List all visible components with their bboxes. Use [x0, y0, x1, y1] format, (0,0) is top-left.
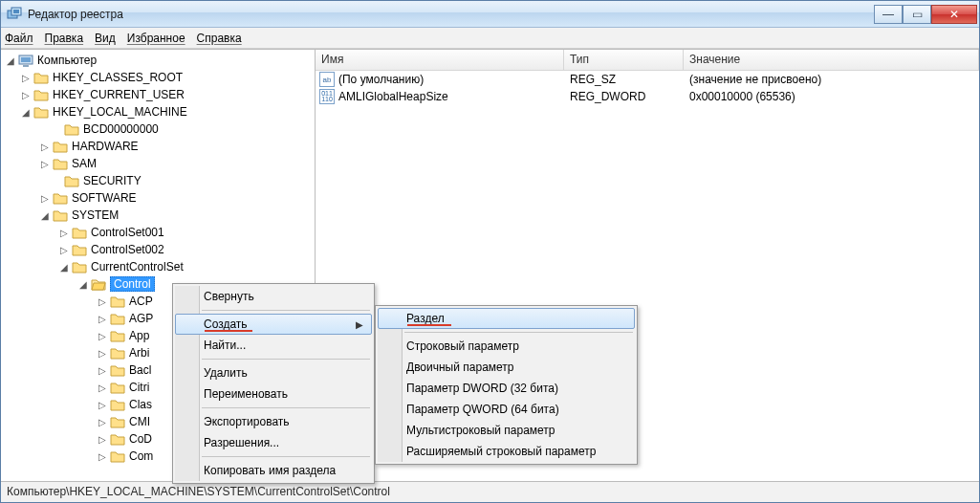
- close-button[interactable]: ✕: [931, 5, 977, 24]
- submenu-arrow-icon: ▶: [356, 319, 363, 330]
- folder-icon: [53, 140, 68, 153]
- list-row[interactable]: 011110AMLIGlobalHeapSize REG_DWORD 0x000…: [316, 88, 979, 105]
- svg-rect-2: [13, 10, 19, 13]
- folder-icon: [64, 174, 79, 187]
- ctx-copy-key-name[interactable]: Копировать имя раздела: [175, 460, 372, 481]
- status-bar: Компьютер\HKEY_LOCAL_MACHINE\SYSTEM\Curr…: [1, 481, 979, 502]
- folder-icon: [110, 381, 125, 394]
- titlebar[interactable]: Редактор реестра — ▭ ✕: [1, 1, 979, 28]
- folder-icon: [33, 105, 49, 119]
- tree-security[interactable]: SECURITY: [1, 172, 315, 189]
- tree-hkcr[interactable]: ▷HKEY_CLASSES_ROOT: [1, 69, 315, 86]
- folder-open-icon: [91, 277, 106, 291]
- tree-hardware[interactable]: ▷HARDWARE: [1, 138, 315, 155]
- ctx-rename[interactable]: Переименовать: [175, 383, 372, 405]
- col-header-type[interactable]: Тип: [564, 50, 684, 70]
- ctx-export[interactable]: Экспортировать: [175, 411, 372, 432]
- folder-icon: [110, 432, 125, 446]
- binary-value-icon: 011110: [319, 89, 335, 104]
- folder-icon: [33, 71, 49, 84]
- string-value-icon: ab: [319, 72, 335, 87]
- tree-root[interactable]: ◢Компьютер: [1, 52, 315, 69]
- menu-favorites[interactable]: Избранное: [127, 32, 185, 45]
- list-row[interactable]: ab(По умолчанию) REG_SZ (значение не при…: [316, 71, 979, 88]
- tree-system[interactable]: ◢SYSTEM: [1, 207, 315, 224]
- minimize-button[interactable]: —: [874, 5, 903, 24]
- svg-rect-5: [23, 65, 29, 67]
- col-header-name[interactable]: Имя: [316, 50, 564, 70]
- folder-icon: [53, 191, 68, 205]
- computer-icon: [18, 54, 33, 67]
- folder-icon: [72, 260, 87, 273]
- ctx-create[interactable]: Создать▶: [175, 314, 372, 335]
- menu-file[interactable]: Файл: [5, 32, 33, 45]
- folder-icon: [72, 243, 87, 256]
- folder-icon: [72, 226, 87, 239]
- tree-cs002[interactable]: ▷ControlSet002: [1, 241, 315, 258]
- list-header: Имя Тип Значение: [316, 50, 979, 71]
- folder-icon: [110, 363, 125, 377]
- folder-icon: [110, 415, 125, 428]
- ctx-delete[interactable]: Удалить: [175, 362, 372, 383]
- sub-create-dword[interactable]: Параметр DWORD (32 бита): [378, 378, 635, 399]
- folder-icon: [64, 122, 79, 136]
- maximize-button[interactable]: ▭: [903, 5, 931, 24]
- tree-sam[interactable]: ▷SAM: [1, 155, 315, 172]
- folder-icon: [110, 295, 125, 308]
- app-icon: [7, 7, 22, 22]
- folder-icon: [110, 346, 125, 360]
- context-menu: Свернуть Создать▶ Найти... Удалить Переи…: [172, 283, 375, 484]
- status-path: Компьютер\HKEY_LOCAL_MACHINE\SYSTEM\Curr…: [7, 485, 390, 498]
- sub-create-multistring[interactable]: Мультистроковый параметр: [378, 420, 635, 441]
- folder-icon: [110, 449, 125, 463]
- window-title: Редактор реестра: [28, 8, 123, 21]
- menu-edit[interactable]: Правка: [45, 32, 84, 45]
- menu-help[interactable]: Справка: [197, 32, 242, 45]
- menu-bar: Файл Правка Вид Избранное Справка: [1, 28, 979, 49]
- folder-icon: [110, 398, 125, 411]
- tree-hkcu[interactable]: ▷HKEY_CURRENT_USER: [1, 86, 315, 103]
- window-buttons: — ▭ ✕: [874, 5, 977, 24]
- tree-software[interactable]: ▷SOFTWARE: [1, 189, 315, 207]
- tree-hklm[interactable]: ◢HKEY_LOCAL_MACHINE: [1, 103, 315, 120]
- tree-cs001[interactable]: ▷ControlSet001: [1, 224, 315, 241]
- folder-icon: [53, 208, 68, 222]
- ctx-permissions[interactable]: Разрешения...: [175, 432, 372, 453]
- ctx-collapse[interactable]: Свернуть: [175, 286, 372, 307]
- tree-bcd[interactable]: BCD00000000: [1, 120, 315, 138]
- folder-icon: [110, 312, 125, 325]
- ctx-find[interactable]: Найти...: [175, 335, 372, 356]
- context-submenu-create: Раздел Строковый параметр Двоичный парам…: [375, 305, 638, 465]
- sub-create-binary[interactable]: Двоичный параметр: [378, 357, 635, 378]
- svg-rect-4: [21, 57, 31, 62]
- folder-icon: [53, 157, 68, 170]
- sub-create-expandstring[interactable]: Расширяемый строковый параметр: [378, 441, 635, 462]
- folder-icon: [110, 329, 125, 342]
- menu-view[interactable]: Вид: [95, 32, 116, 45]
- sub-create-string[interactable]: Строковый параметр: [378, 336, 635, 357]
- col-header-value[interactable]: Значение: [684, 50, 979, 70]
- folder-icon: [33, 88, 49, 101]
- sub-create-key[interactable]: Раздел: [378, 308, 635, 329]
- tree-ccs[interactable]: ◢CurrentControlSet: [1, 258, 315, 275]
- sub-create-qword[interactable]: Параметр QWORD (64 бита): [378, 399, 635, 420]
